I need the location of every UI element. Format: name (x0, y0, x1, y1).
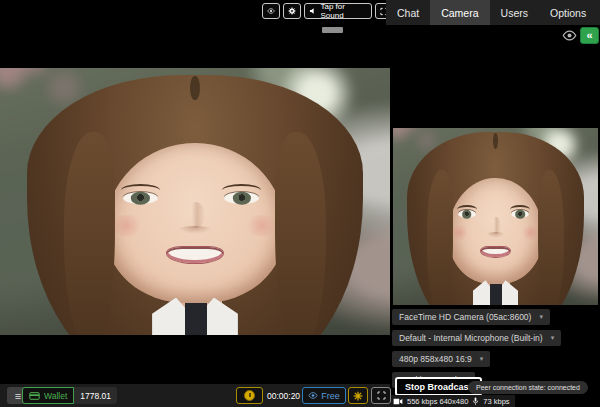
tap-for-sound-button[interactable]: Tap for Sound (304, 3, 372, 19)
settings-button[interactable] (283, 3, 301, 19)
sidebar-tabbar: Chat Camera Users Options (386, 0, 600, 25)
credit-card-icon (29, 392, 40, 400)
broadcast-timer: 00:00:20 (267, 387, 300, 404)
tab-users[interactable]: Users (490, 0, 539, 25)
flower-icon (353, 391, 363, 401)
portrait-jacket-gap (185, 303, 206, 335)
portrait-hair-part (190, 76, 199, 100)
portrait-hair-strand-right (275, 132, 326, 335)
wallet-button[interactable]: Wallet (22, 387, 74, 404)
peer-connection-status: Peer connection state: connected (468, 381, 588, 394)
tab-camera-label: Camera (441, 7, 478, 19)
wallet-balance-value: 1778.01 (80, 391, 111, 401)
preview-visibility-eye-icon[interactable] (562, 30, 577, 41)
camera-select[interactable]: FaceTime HD Camera (05ac:8600) ▾ (392, 309, 550, 325)
tab-chat-label: Chat (397, 7, 419, 19)
camera-select-value: FaceTime HD Camera (05ac:8600) (399, 312, 531, 322)
portrait-iris-left (131, 192, 149, 205)
broadcast-app: Tap for Sound Chat Camera Users Options … (0, 0, 600, 407)
portrait-nose-shadow (177, 226, 212, 234)
audio-bitrate-text: 73 kbps (483, 397, 509, 406)
tab-options[interactable]: Options (539, 0, 597, 25)
portrait-iris-left (462, 210, 472, 218)
portrait-nose (185, 202, 205, 229)
resolution-select[interactable]: 480p 858x480 16:9 ▾ (392, 351, 490, 367)
chevron-down-icon: ▾ (539, 313, 543, 321)
hamburger-icon: ≡ (15, 390, 21, 402)
portrait-hair-strand-left (64, 132, 115, 335)
portrait-iris-right (233, 192, 251, 205)
tap-for-sound-label: Tap for Sound (320, 2, 367, 20)
tab-camera[interactable]: Camera (430, 0, 489, 25)
resolution-select-value: 480p 858x480 16:9 (399, 354, 472, 364)
fullscreen-icon (377, 391, 386, 400)
portrait-hair-part (493, 133, 498, 149)
portrait-blush-right (521, 225, 539, 239)
fullscreen-button-bottom[interactable] (371, 387, 391, 404)
chevron-down-icon: ▾ (480, 355, 484, 363)
wallet-group: Wallet 1778.01 (22, 387, 117, 404)
portrait-jacket-gap (490, 284, 501, 305)
speaker-muted-icon (309, 7, 316, 15)
video-camera-icon (393, 398, 403, 405)
chevron-down-icon: ▾ (551, 334, 555, 342)
camera-preview-video (393, 128, 598, 305)
collapse-sidebar-button[interactable]: « (580, 27, 599, 44)
free-label: Free (321, 391, 340, 401)
viewers-eye-button[interactable] (262, 3, 280, 19)
portrait-hair-strand-right (538, 170, 565, 305)
tips-flower-button[interactable] (348, 387, 368, 404)
portrait-nose-shadow (486, 232, 504, 237)
portrait-blush-left (450, 225, 468, 239)
eye-icon (308, 392, 318, 399)
portrait-blush-right (244, 215, 279, 236)
broadcast-video[interactable] (0, 68, 390, 335)
stop-broadcast-label: Stop Broadcast (405, 382, 472, 392)
tab-chat[interactable]: Chat (386, 0, 430, 25)
stream-stats: 556 kbps 640x480 73 kbps (388, 395, 515, 407)
tab-users-label: Users (501, 7, 528, 19)
portrait-hair-strand-left (427, 170, 454, 305)
tab-options-label: Options (550, 7, 586, 19)
microphone-select[interactable]: Default - Internal Microphone (Built-in)… (392, 330, 561, 346)
wallet-balance: 1778.01 (74, 387, 117, 404)
video-bitrate-text: 556 kbps 640x480 (407, 397, 468, 406)
tooltip-stub (322, 27, 343, 33)
collapse-icon: « (586, 30, 592, 41)
microphone-select-value: Default - Internal Microphone (Built-in) (399, 333, 543, 343)
timer-value: 00:00:20 (267, 391, 300, 401)
gear-icon (288, 6, 296, 16)
coin-icon (244, 390, 255, 401)
tokens-button[interactable] (236, 387, 263, 404)
portrait-iris-right (515, 210, 525, 218)
peer-status-text: Peer connection state: connected (476, 384, 580, 391)
microphone-icon (472, 397, 479, 406)
eye-icon (267, 7, 275, 15)
wallet-label: Wallet (44, 391, 67, 401)
free-mode-button[interactable]: Free (302, 387, 346, 404)
bottom-toolbar: ≡ Wallet 1778.01 00:00:20 Free (0, 384, 390, 407)
